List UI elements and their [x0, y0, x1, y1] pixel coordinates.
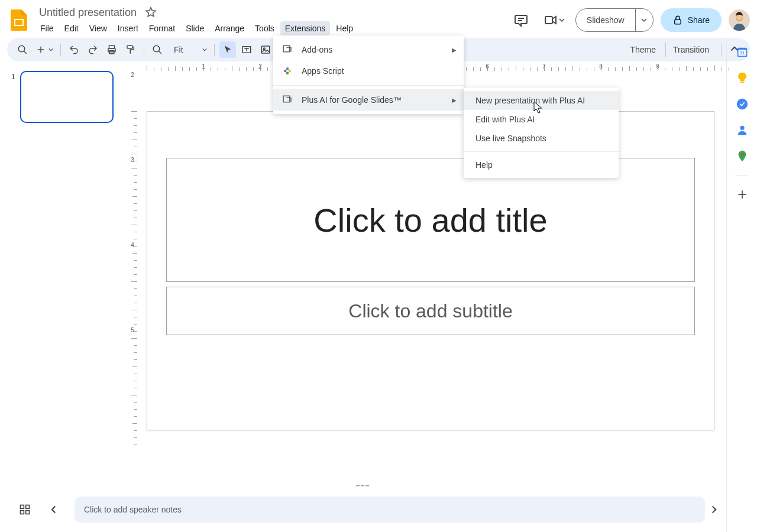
share-button[interactable]: Share: [661, 8, 722, 32]
menubar: File Edit View Insert Format Slide Arran…: [35, 21, 358, 35]
resize-grip-icon[interactable]: ━━━: [356, 482, 370, 489]
svg-rect-29: [283, 96, 290, 102]
svg-rect-24: [283, 46, 290, 52]
svg-rect-33: [26, 511, 30, 514]
side-panel: 31: [726, 38, 757, 532]
print-icon[interactable]: [103, 41, 120, 58]
calendar-icon[interactable]: 31: [735, 45, 749, 59]
submenu-snapshots-label: Use live Snapshots: [475, 134, 546, 143]
filmstrip: 1: [0, 61, 124, 532]
zoom-value: Fit: [170, 45, 187, 54]
document-title[interactable]: Untitled presentation: [35, 5, 140, 20]
menu-edit[interactable]: Edit: [60, 21, 83, 35]
zoom-icon[interactable]: [149, 41, 166, 58]
star-icon[interactable]: [145, 7, 157, 18]
svg-rect-1: [15, 20, 22, 25]
menu-tools[interactable]: Tools: [250, 21, 279, 35]
addon-icon: [282, 44, 293, 56]
app-header: Untitled presentation File Edit View Ins…: [0, 0, 757, 35]
tasks-icon[interactable]: [735, 97, 749, 111]
svg-text:31: 31: [739, 50, 744, 56]
menu-separator: [464, 151, 619, 152]
slides-logo[interactable]: [7, 8, 31, 32]
meet-icon[interactable]: [540, 8, 568, 32]
textbox-icon[interactable]: [238, 41, 255, 58]
menu-apps-script[interactable]: Apps Script: [273, 60, 464, 82]
slideshow-button: Slideshow: [575, 8, 654, 32]
svg-rect-30: [21, 505, 24, 509]
new-slide-button[interactable]: [33, 41, 56, 58]
lock-icon: [672, 15, 683, 25]
submenu-help-label: Help: [475, 160, 493, 170]
svg-line-10: [24, 51, 27, 54]
explore-icon[interactable]: [703, 499, 724, 520]
menu-help[interactable]: Help: [331, 21, 358, 35]
slide-thumbnail[interactable]: [20, 71, 114, 123]
slide-number: 1: [7, 71, 15, 123]
bottom-bar: ━━━ Click to add speaker notes: [0, 487, 726, 532]
menu-plus-ai[interactable]: Plus AI for Google Slides™ ▶: [273, 89, 464, 111]
svg-line-18: [158, 51, 161, 54]
svg-rect-31: [26, 505, 30, 509]
svg-rect-4: [545, 17, 552, 24]
collapse-filmstrip-icon[interactable]: [44, 499, 65, 520]
get-addons-icon[interactable]: [735, 187, 749, 202]
plus-ai-submenu: New presentation with Plus AI Edit with …: [464, 87, 619, 178]
grid-view-icon[interactable]: [14, 499, 35, 520]
svg-point-38: [736, 99, 747, 109]
svg-rect-5: [674, 20, 681, 24]
apps-script-icon: [282, 65, 293, 77]
menu-addons-label: Add-ons: [302, 45, 332, 54]
menu-format[interactable]: Format: [144, 21, 180, 35]
menu-slide[interactable]: Slide: [181, 21, 209, 35]
maps-icon[interactable]: [735, 149, 749, 163]
subtitle-placeholder: Click to add subtitle: [348, 300, 512, 322]
zoom-dropdown[interactable]: Fit: [168, 41, 209, 58]
main-area: 1 123456789 12345 Click to add title Cli…: [0, 61, 757, 532]
image-icon[interactable]: [257, 41, 274, 58]
svg-point-40: [740, 153, 743, 156]
menu-file[interactable]: File: [35, 21, 59, 35]
theme-button[interactable]: Theme: [623, 43, 663, 57]
vertical-ruler: 12345: [128, 71, 137, 532]
menu-addons[interactable]: Add-ons ▶: [273, 39, 464, 60]
menu-arrange[interactable]: Arrange: [210, 21, 249, 35]
menu-extensions[interactable]: Extensions: [280, 21, 330, 35]
svg-point-39: [740, 126, 744, 130]
menu-apps-script-label: Apps Script: [302, 66, 344, 76]
svg-point-17: [153, 46, 160, 52]
slideshow-main[interactable]: Slideshow: [576, 15, 635, 25]
svg-rect-22: [261, 46, 270, 53]
keep-icon[interactable]: [735, 71, 749, 85]
svg-point-25: [284, 70, 287, 73]
share-label: Share: [688, 15, 710, 25]
avatar[interactable]: [729, 9, 750, 31]
menu-insert[interactable]: Insert: [113, 21, 143, 35]
submenu-snapshots[interactable]: Use live Snapshots: [464, 129, 619, 148]
redo-icon[interactable]: [85, 41, 101, 58]
svg-point-26: [286, 67, 289, 70]
submenu-edit-label: Edit with Plus AI: [475, 115, 535, 124]
search-menus-icon[interactable]: [14, 41, 31, 58]
transition-button[interactable]: Transition: [665, 43, 716, 57]
svg-rect-37: [740, 82, 744, 83]
subtitle-textbox[interactable]: Click to add subtitle: [166, 287, 695, 335]
select-tool-icon[interactable]: [219, 41, 236, 58]
extensions-dropdown: Add-ons ▶ Apps Script Plus AI for Google…: [273, 35, 464, 114]
slide-canvas[interactable]: Click to add title Click to add subtitle: [147, 111, 714, 430]
submenu-new-presentation-label: New presentation with Plus AI: [475, 96, 585, 105]
contacts-icon[interactable]: [735, 123, 749, 137]
comments-icon[interactable]: [509, 8, 533, 32]
svg-point-27: [289, 70, 292, 73]
submenu-new-presentation[interactable]: New presentation with Plus AI: [464, 91, 619, 110]
speaker-notes[interactable]: Click to add speaker notes: [75, 497, 705, 523]
canvas-area: 123456789 12345 Click to add title Click…: [124, 61, 757, 532]
slideshow-dropdown[interactable]: [635, 9, 653, 31]
submenu-arrow-icon: ▶: [452, 97, 457, 103]
submenu-edit[interactable]: Edit with Plus AI: [464, 110, 619, 129]
menu-view[interactable]: View: [85, 21, 112, 35]
menu-plus-ai-label: Plus AI for Google Slides™: [302, 95, 402, 105]
svg-rect-32: [21, 511, 24, 514]
submenu-help[interactable]: Help: [464, 155, 619, 174]
undo-icon[interactable]: [66, 41, 82, 58]
